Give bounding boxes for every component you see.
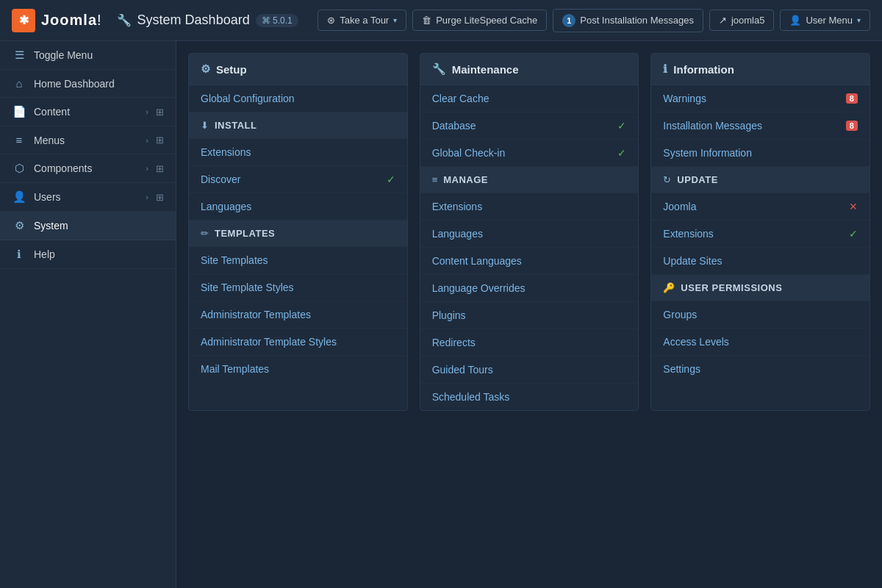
tour-icon: ⊛ <box>327 15 335 26</box>
sidebar-item-content[interactable]: 📄 Content › ⊞ <box>0 98 176 126</box>
joomla-update-item[interactable]: Joomla ✕ <box>651 193 870 220</box>
users-icon: 👤 <box>12 190 26 204</box>
settings-link[interactable]: Settings <box>663 363 700 375</box>
database-link[interactable]: Database <box>432 120 476 132</box>
global-config-item[interactable]: Global Configuration <box>189 85 407 112</box>
check-icon: ✓ <box>617 147 626 159</box>
scheduled-tasks-link[interactable]: Scheduled Tasks <box>432 391 510 403</box>
info-icon: ℹ <box>663 62 667 76</box>
system-information-link[interactable]: System Information <box>663 147 752 159</box>
logo-area[interactable]: ✱ Joomla! <box>12 9 102 32</box>
grid-icon: ⊞ <box>156 107 164 118</box>
sidebar-item-home-dashboard[interactable]: ⌂ Home Dashboard <box>0 70 176 98</box>
main-layout: ☰ Toggle Menu ⌂ Home Dashboard 📄 Content… <box>0 41 882 588</box>
guided-tours-item[interactable]: Guided Tours <box>420 356 639 384</box>
access-levels-item[interactable]: Access Levels <box>651 329 870 356</box>
clear-cache-item[interactable]: Clear Cache <box>420 85 639 112</box>
purge-cache-button[interactable]: 🗑 Purge LiteSpeed Cache <box>412 10 547 31</box>
site-templates-item[interactable]: Site Templates <box>189 247 407 274</box>
user-icon: 👤 <box>789 15 801 26</box>
templates-section-header: ✏ Templates <box>189 220 407 247</box>
sidebar: ☰ Toggle Menu ⌂ Home Dashboard 📄 Content… <box>0 41 176 588</box>
content-languages-link[interactable]: Content Languages <box>432 255 522 267</box>
global-checkin-link[interactable]: Global Check-in <box>432 147 506 159</box>
admin-template-styles-item[interactable]: Administrator Template Styles <box>189 329 407 356</box>
extensions-update-item[interactable]: Extensions ✓ <box>651 220 870 248</box>
arrow-right-icon: › <box>146 107 148 116</box>
sidebar-item-toggle-menu[interactable]: ☰ Toggle Menu <box>0 41 176 70</box>
site-templates-link[interactable]: Site Templates <box>201 254 268 266</box>
gear-icon: ⚙ <box>201 62 210 76</box>
database-item[interactable]: Database ✓ <box>420 112 639 140</box>
help-icon: ℹ <box>12 248 26 261</box>
hamburger-icon: ☰ <box>12 49 26 62</box>
settings-item[interactable]: Settings <box>651 356 870 382</box>
warnings-link[interactable]: Warnings <box>663 93 706 104</box>
groups-item[interactable]: Groups <box>651 301 870 329</box>
extensions-manage-item[interactable]: Extensions <box>420 193 639 220</box>
admin-templates-link[interactable]: Administrator Templates <box>201 309 311 320</box>
redirects-item[interactable]: Redirects <box>420 329 639 356</box>
information-card: ℹ Information Warnings 8 Installation Me… <box>650 53 870 411</box>
discover-link[interactable]: Discover <box>201 173 240 185</box>
list-icon: ≡ <box>432 174 438 185</box>
installation-messages-item[interactable]: Installation Messages 8 <box>651 112 870 140</box>
sidebar-item-components[interactable]: ⬡ Components › ⊞ <box>0 154 176 183</box>
post-install-button[interactable]: 1 Post Installation Messages <box>553 9 703 32</box>
content-languages-item[interactable]: Content Languages <box>420 248 639 275</box>
access-levels-link[interactable]: Access Levels <box>663 336 728 348</box>
check-icon: ✓ <box>387 173 395 185</box>
plugins-item[interactable]: Plugins <box>420 302 639 329</box>
extensions-install-item[interactable]: Extensions <box>189 139 407 166</box>
language-overrides-item[interactable]: Language Overrides <box>420 275 639 302</box>
admin-templates-item[interactable]: Administrator Templates <box>189 301 407 329</box>
maintenance-card-header: 🔧 Maintenance <box>420 54 639 85</box>
extensions-install-link[interactable]: Extensions <box>201 146 251 158</box>
scheduled-tasks-item[interactable]: Scheduled Tasks <box>420 384 639 410</box>
languages-manage-item[interactable]: Languages <box>420 220 639 248</box>
mail-templates-link[interactable]: Mail Templates <box>201 363 269 375</box>
site-template-styles-item[interactable]: Site Template Styles <box>189 274 407 301</box>
sidebar-item-users[interactable]: 👤 Users › ⊞ <box>0 183 176 212</box>
global-config-link[interactable]: Global Configuration <box>201 93 295 104</box>
navbar-actions: ⊛ Take a Tour ▾ 🗑 Purge LiteSpeed Cache … <box>318 9 870 32</box>
extensions-update-link[interactable]: Extensions <box>663 228 713 240</box>
extensions-manage-link[interactable]: Extensions <box>432 201 482 212</box>
sidebar-item-menus[interactable]: ≡ Menus › ⊞ <box>0 126 176 154</box>
global-checkin-item[interactable]: Global Check-in ✓ <box>420 140 639 167</box>
wrench-icon: 🔧 <box>117 13 132 27</box>
language-overrides-link[interactable]: Language Overrides <box>432 282 526 294</box>
plugins-link[interactable]: Plugins <box>432 309 466 321</box>
admin-template-styles-link[interactable]: Administrator Template Styles <box>201 336 337 348</box>
components-icon: ⬡ <box>12 162 26 175</box>
clear-cache-link[interactable]: Clear Cache <box>432 93 490 104</box>
content-icon: 📄 <box>12 105 26 118</box>
system-information-item[interactable]: System Information <box>651 140 870 167</box>
arrow-right-icon: › <box>146 136 148 145</box>
take-tour-button[interactable]: ⊛ Take a Tour ▾ <box>318 10 406 31</box>
mail-templates-item[interactable]: Mail Templates <box>189 356 407 382</box>
update-sites-link[interactable]: Update Sites <box>663 255 722 267</box>
installation-messages-link[interactable]: Installation Messages <box>663 120 762 132</box>
joomla5-link-button[interactable]: ↗ joomla5 <box>709 10 775 31</box>
site-template-styles-link[interactable]: Site Template Styles <box>201 282 294 293</box>
joomla-update-link[interactable]: Joomla <box>663 201 696 212</box>
languages-install-link[interactable]: Languages <box>201 201 251 212</box>
warnings-item[interactable]: Warnings 8 <box>651 85 870 112</box>
languages-install-item[interactable]: Languages <box>189 193 407 220</box>
guided-tours-link[interactable]: Guided Tours <box>432 364 493 376</box>
chevron-down-icon: ▾ <box>393 16 397 24</box>
user-permissions-section-header: 🔑 User Permissions <box>651 275 870 301</box>
redirects-link[interactable]: Redirects <box>432 337 476 348</box>
user-menu-button[interactable]: 👤 User Menu ▾ <box>780 10 870 31</box>
page-title: System Dashboard <box>137 12 250 28</box>
update-sites-item[interactable]: Update Sites <box>651 248 870 275</box>
system-icon: ⚙ <box>12 219 26 232</box>
refresh-icon: ↻ <box>663 174 671 185</box>
sidebar-item-system[interactable]: ⚙ System <box>0 212 176 240</box>
sidebar-item-help[interactable]: ℹ Help <box>0 240 176 269</box>
discover-item[interactable]: Discover ✓ <box>189 166 407 193</box>
groups-link[interactable]: Groups <box>663 309 697 320</box>
languages-manage-link[interactable]: Languages <box>432 228 483 240</box>
page-title-area: 🔧 System Dashboard ⌘ 5.0.1 <box>117 12 309 28</box>
